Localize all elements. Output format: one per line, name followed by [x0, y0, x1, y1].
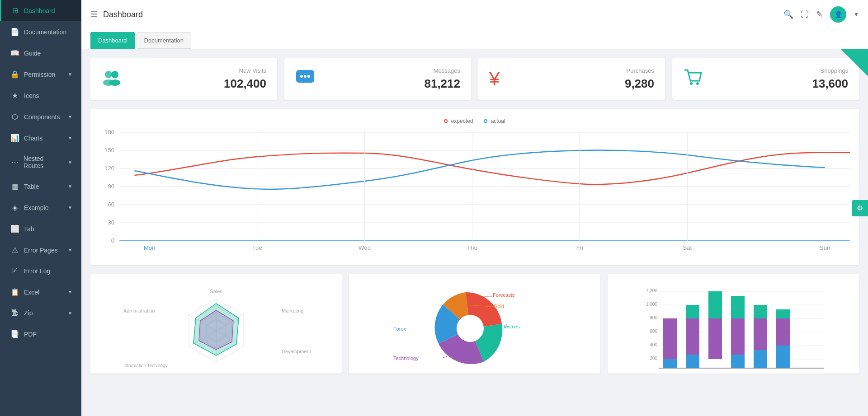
menu-icon[interactable]: ☰ — [90, 9, 98, 19]
stat-value: 13,600 — [710, 77, 848, 91]
avatar[interactable]: 👤 — [830, 6, 846, 23]
svg-rect-91 — [776, 318, 790, 346]
sidebar-item-charts[interactable]: 📊 Charts ▼ — [0, 127, 81, 149]
svg-point-6 — [304, 75, 307, 78]
svg-point-0 — [105, 71, 112, 78]
chevron-down-icon[interactable]: ▼ — [854, 11, 859, 18]
chevron-down-icon: ▼ — [68, 184, 72, 189]
svg-text:1,200: 1,200 — [646, 288, 657, 293]
sidebar-item-label: Tab — [24, 225, 34, 233]
sidebar-item-label: Error Pages — [24, 247, 58, 254]
documentation-icon: 📄 — [10, 28, 19, 36]
stat-label: Shoppings — [710, 67, 848, 74]
error-log-icon: 🖹 — [10, 267, 19, 275]
chevron-down-icon: ▼ — [68, 136, 72, 140]
sidebar-item-label: Zip — [24, 309, 33, 317]
svg-text:Development: Development — [282, 349, 311, 354]
svg-text:Tue: Tue — [252, 245, 262, 251]
stat-info-messages: Messages 81,212 — [322, 67, 460, 91]
header-left: ☰ Dashboard — [90, 9, 143, 19]
svg-text:Information Techology: Information Techology — [123, 363, 168, 368]
radar-chart-card: Sales Marketing Development Information … — [90, 274, 342, 374]
sidebar-item-error-log[interactable]: 🖹 Error Log — [0, 261, 81, 281]
main-area: ☰ Dashboard 🔍 ⛶ ✎ 👤 ▼ Dashboard Document… — [81, 0, 868, 416]
sidebar-item-label: Components — [24, 113, 60, 121]
sidebar-item-tab[interactable]: ⬜ Tab — [0, 218, 81, 239]
sidebar-item-label: Documentation — [24, 28, 66, 36]
svg-rect-87 — [754, 305, 767, 318]
line-chart-card: expected actual 180 150 120 — [90, 109, 859, 265]
svg-point-3 — [109, 79, 120, 86]
sidebar-item-label: Guide — [24, 50, 41, 57]
error-pages-icon: ⚠ — [10, 246, 19, 254]
excel-icon: 📋 — [10, 288, 19, 296]
sidebar-item-pdf[interactable]: 📑 PDF — [0, 323, 81, 345]
svg-rect-86 — [731, 355, 745, 368]
sidebar-item-label: Table — [24, 183, 39, 190]
svg-text:Wed: Wed — [359, 245, 371, 251]
tab-icon: ⬜ — [10, 224, 19, 233]
svg-text:400: 400 — [650, 342, 657, 347]
sidebar-item-label: Permission — [24, 71, 55, 78]
sidebar-item-example[interactable]: ◈ Example ▼ — [0, 197, 81, 218]
sidebar-item-documentation[interactable]: 📄 Documentation — [0, 21, 81, 42]
fullscreen-icon[interactable]: ⛶ — [801, 10, 809, 19]
sidebar-item-components[interactable]: ⬡ Components ▼ — [0, 106, 81, 127]
svg-text:1,000: 1,000 — [646, 302, 657, 307]
sidebar-item-excel[interactable]: 📋 Excel ▼ — [0, 281, 81, 303]
nested-routes-icon: ⋯ — [10, 158, 19, 167]
svg-text:Marketing: Marketing — [282, 308, 303, 313]
svg-text:180: 180 — [104, 130, 114, 136]
svg-text:Sales: Sales — [210, 289, 222, 294]
bottom-charts: Sales Marketing Development Information … — [90, 274, 859, 374]
example-icon: ◈ — [10, 203, 19, 212]
zip-icon: 🗜 — [10, 309, 19, 317]
legend-actual: actual — [484, 118, 505, 124]
tab-dashboard[interactable]: Dashboard — [90, 32, 135, 49]
components-icon: ⬡ — [10, 112, 19, 121]
svg-point-5 — [300, 75, 303, 78]
svg-rect-84 — [731, 296, 745, 318]
sidebar-item-label: Error Log — [24, 267, 50, 275]
tab-documentation[interactable]: Documentation — [137, 32, 191, 49]
sidebar-item-dashboard[interactable]: ⊞ Dashboard — [0, 0, 81, 21]
svg-text:120: 120 — [104, 166, 114, 172]
svg-rect-83 — [708, 318, 722, 359]
svg-rect-80 — [686, 318, 699, 355]
svg-point-53 — [457, 315, 484, 342]
svg-text:Administration: Administration — [123, 308, 155, 313]
stats-row: New Visits 102,400 Messages 81,212 — [90, 58, 859, 100]
svg-rect-92 — [776, 346, 790, 368]
sidebar-item-zip[interactable]: 🗜 Zip ▼ — [0, 303, 81, 323]
sidebar-item-nested-routes[interactable]: ⋯ Nested Routes ▼ — [0, 149, 81, 176]
svg-text:90: 90 — [108, 184, 114, 190]
svg-text:60: 60 — [108, 202, 114, 208]
chevron-down-icon: ▼ — [68, 114, 72, 119]
svg-point-9 — [696, 82, 699, 85]
sidebar-item-guide[interactable]: 📖 Guide — [0, 42, 81, 64]
settings-icon[interactable]: ✎ — [816, 9, 823, 19]
sidebar-item-icons[interactable]: ★ Icons — [0, 85, 81, 106]
sidebar: ⊞ Dashboard 📄 Documentation 📖 Guide 🔒 Pe… — [0, 0, 81, 416]
svg-text:Sun: Sun — [820, 245, 830, 251]
stat-info-new-visits: New Visits 102,400 — [130, 67, 266, 91]
chevron-down-icon: ▼ — [68, 160, 72, 165]
stat-info-purchases: Purchases 9,280 — [507, 67, 654, 91]
sidebar-item-label: Nested Routes — [24, 155, 63, 169]
header-right: 🔍 ⛶ ✎ 👤 ▼ — [783, 6, 859, 23]
stat-card-messages: Messages 81,212 — [284, 58, 471, 100]
svg-rect-81 — [686, 355, 699, 368]
float-settings-button[interactable]: ⚙ — [852, 200, 868, 216]
sidebar-item-table[interactable]: ▦ Table ▼ — [0, 176, 81, 197]
sidebar-item-error-pages[interactable]: ⚠ Error Pages ▼ — [0, 239, 81, 261]
permission-icon: 🔒 — [10, 70, 19, 79]
pie-chart-card: Forecasts Gold Industries Forex Technolo… — [349, 274, 600, 374]
stat-label: New Visits — [130, 67, 266, 74]
sidebar-item-permission[interactable]: 🔒 Permission ▼ — [0, 64, 81, 85]
chevron-down-icon: ▼ — [68, 311, 72, 316]
shoppings-icon — [683, 68, 703, 90]
guide-icon: 📖 — [10, 49, 19, 57]
search-icon[interactable]: 🔍 — [783, 9, 793, 19]
svg-point-7 — [307, 75, 310, 78]
svg-rect-78 — [663, 318, 677, 359]
